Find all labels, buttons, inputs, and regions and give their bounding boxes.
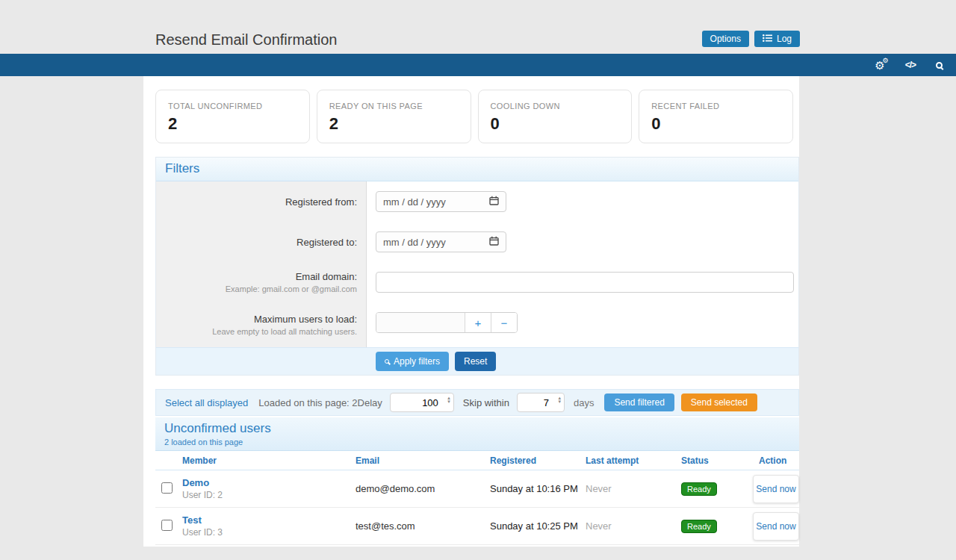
- column-header-member: Member: [182, 455, 356, 466]
- stat-value: 2: [168, 114, 297, 134]
- date-placeholder: mm / dd / yyyy: [383, 196, 446, 208]
- max-users-input[interactable]: [376, 313, 465, 332]
- days-label: days: [574, 397, 594, 408]
- registered-to-label: Registered to:: [297, 237, 357, 248]
- status-cell: Ready: [681, 520, 759, 533]
- delay-spin-box: [390, 393, 454, 412]
- header-buttons: Options Log: [702, 31, 800, 47]
- action-cell: Send now: [759, 512, 799, 541]
- date-placeholder: mm / dd / yyyy: [383, 237, 446, 248]
- row-checkbox-cell: [155, 482, 182, 496]
- page-title: Resend Email Confirmation: [155, 31, 337, 49]
- delay-spinner[interactable]: [447, 396, 450, 403]
- calendar-icon[interactable]: [489, 196, 499, 208]
- member-user-id: User ID: 3: [182, 527, 356, 538]
- users-table: Member Email Registered Last attempt Sta…: [155, 451, 799, 545]
- send-now-button[interactable]: Send now: [753, 475, 799, 503]
- calendar-icon[interactable]: [489, 236, 499, 248]
- max-users-stepper: + −: [376, 312, 518, 333]
- send-selected-label: Send selected: [691, 397, 748, 408]
- search-icon: [385, 359, 389, 364]
- email-domain-help: Example: gmail.com or @gmail.com: [226, 284, 357, 293]
- search-glyph: [936, 62, 943, 69]
- table-row: Test User ID: 3 test@tes.com Sunday at 1…: [155, 508, 799, 545]
- spin-down-icon[interactable]: [447, 399, 450, 403]
- max-users-label: Maximum users to load:: [254, 314, 357, 325]
- max-users-field-cell: + −: [367, 302, 798, 347]
- row-checkbox[interactable]: [161, 520, 173, 531]
- last-attempt-cell: Never: [586, 483, 681, 494]
- send-filtered-label: Send filtered: [614, 397, 664, 408]
- member-name-link[interactable]: Demo: [182, 477, 356, 488]
- status-badge: Ready: [681, 520, 717, 533]
- stat-card-total-unconfirmed: TOTAL UNCONFIRMED 2: [155, 90, 310, 143]
- log-button[interactable]: Log: [754, 31, 800, 47]
- stat-card-recent-failed: RECENT FAILED 0: [639, 90, 793, 143]
- skip-days-input[interactable]: [517, 393, 565, 412]
- unconfirmed-users-header: Unconfirmed users 2 loaded on this page: [155, 417, 799, 451]
- skip-spinner[interactable]: [558, 396, 561, 403]
- email-domain-input[interactable]: [376, 272, 794, 293]
- action-cell: Send now: [759, 475, 799, 503]
- stepper-minus-button[interactable]: −: [491, 313, 517, 332]
- stat-value: 0: [651, 114, 780, 134]
- email-domain-field-cell: [367, 262, 798, 302]
- email-cell: test@tes.com: [356, 520, 490, 532]
- registered-to-date-input[interactable]: mm / dd / yyyy: [376, 231, 506, 252]
- options-button-label: Options: [710, 34, 741, 44]
- unconfirmed-users-subtitle: 2 loaded on this page: [164, 438, 790, 447]
- search-icon[interactable]: [936, 62, 943, 69]
- send-selected-button[interactable]: Send selected: [681, 393, 757, 411]
- stepper-plus-button[interactable]: +: [465, 313, 491, 332]
- email-domain-label-cell: Email domain: Example: gmail.com or @gma…: [156, 262, 367, 302]
- gears-icon[interactable]: ⚙⚙: [875, 60, 884, 71]
- main-content: TOTAL UNCONFIRMED 2 READY ON THIS PAGE 2…: [143, 76, 799, 547]
- admin-navbar: ⚙⚙ </>: [0, 54, 956, 76]
- reset-button[interactable]: Reset: [455, 352, 496, 371]
- select-all-displayed-link[interactable]: Select all displayed: [165, 397, 248, 408]
- filters-footer: Apply filters Reset: [156, 347, 798, 375]
- stat-value: 0: [491, 114, 620, 134]
- options-button[interactable]: Options: [702, 31, 749, 47]
- email-cell: demo@demo.com: [356, 483, 490, 494]
- filters-title: Filters: [156, 157, 798, 181]
- column-header-status: Status: [681, 455, 759, 466]
- skip-within-label: Skip within: [463, 397, 509, 408]
- unconfirmed-users-title: Unconfirmed users: [164, 421, 790, 436]
- apply-filters-button[interactable]: Apply filters: [376, 352, 449, 371]
- member-name-link[interactable]: Test: [182, 514, 356, 526]
- status-badge: Ready: [681, 482, 717, 496]
- stats-cards: TOTAL UNCONFIRMED 2 READY ON THIS PAGE 2…: [143, 76, 799, 143]
- spin-down-icon[interactable]: [558, 399, 561, 403]
- filters-form: Registered from: mm / dd / yyyy Reg: [156, 181, 798, 347]
- log-button-label: Log: [777, 34, 792, 44]
- loaded-on-page-text: Loaded on this page: 2: [258, 397, 357, 408]
- registered-cell: Sunday at 10:16 PM: [490, 483, 586, 494]
- email-domain-label: Email domain:: [296, 271, 357, 282]
- table-row: Demo User ID: 2 demo@demo.com Sunday at …: [155, 470, 799, 508]
- code-icon[interactable]: </>: [905, 60, 916, 70]
- max-users-label-cell: Maximum users to load: Leave empty to lo…: [156, 302, 367, 347]
- row-checkbox-cell: [155, 520, 182, 533]
- member-cell: Test User ID: 3: [182, 514, 356, 538]
- delay-input[interactable]: [390, 393, 454, 412]
- stat-value: 2: [329, 114, 459, 134]
- stat-card-ready-on-page: READY ON THIS PAGE 2: [317, 90, 471, 143]
- max-users-help: Leave empty to load all matching users.: [212, 327, 357, 336]
- stat-card-cooling-down: COOLING DOWN 0: [478, 90, 633, 143]
- row-checkbox[interactable]: [161, 482, 173, 494]
- send-now-button[interactable]: Send now: [753, 512, 799, 541]
- list-icon: [763, 34, 772, 44]
- registered-to-field-cell: mm / dd / yyyy: [367, 222, 798, 262]
- send-filtered-button[interactable]: Send filtered: [604, 393, 674, 411]
- registered-from-date-input[interactable]: mm / dd / yyyy: [376, 191, 506, 212]
- registered-to-label-cell: Registered to:: [156, 222, 367, 262]
- skip-spin-box: [517, 393, 565, 412]
- bulk-action-bar: Select all displayed Loaded on this page…: [155, 389, 799, 416]
- mini-gear-icon: ⚙: [883, 57, 889, 64]
- stat-label: TOTAL UNCONFIRMED: [168, 102, 297, 111]
- member-user-id: User ID: 2: [182, 490, 356, 500]
- registered-from-label-cell: Registered from:: [156, 181, 367, 222]
- filters-panel: Filters Registered from: mm / dd / yyyy: [155, 157, 799, 376]
- column-header-email: Email: [356, 455, 490, 466]
